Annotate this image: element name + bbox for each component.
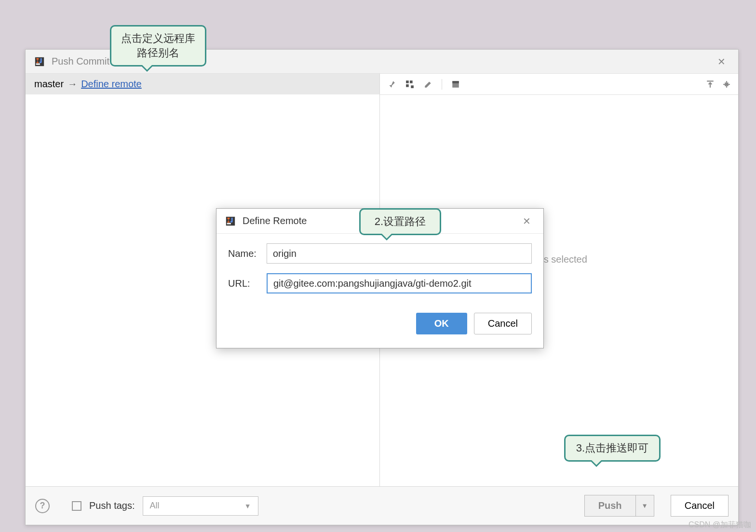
watermark: CSDN @加菲猫咖	[688, 520, 751, 530]
push-button[interactable]: Push	[584, 495, 636, 517]
toolbar	[380, 74, 738, 95]
branch-name: master	[34, 79, 64, 90]
callout-1-line2: 路径别名	[120, 46, 196, 60]
chevron-down-icon: ▼	[244, 502, 251, 510]
annotation-callout-3: 3.点击推送即可	[564, 435, 661, 462]
svg-rect-3	[410, 80, 413, 83]
close-icon[interactable]: ✕	[714, 54, 729, 69]
intellij-icon	[225, 216, 236, 226]
svg-rect-2	[406, 80, 409, 83]
dialog-title: Push Commit	[52, 56, 109, 67]
remote-dialog-title: Define Remote	[243, 215, 307, 226]
svg-rect-9	[227, 223, 231, 224]
push-tags-select[interactable]: All ▼	[143, 496, 258, 516]
svg-rect-5	[411, 85, 414, 88]
svg-rect-1	[36, 63, 40, 65]
expand-up-icon[interactable]	[705, 80, 715, 89]
intellij-icon	[34, 56, 45, 67]
bottom-bar: ? Push tags: All ▼ Push ▼ Cancel	[26, 486, 738, 525]
svg-rect-7	[452, 81, 459, 83]
collapse-icon[interactable]	[722, 80, 731, 89]
annotation-callout-1: 点击定义远程库 路径别名	[110, 25, 206, 66]
push-tags-checkbox[interactable]	[72, 501, 81, 511]
pin-icon[interactable]	[387, 80, 396, 89]
name-input[interactable]	[267, 243, 532, 264]
arrow-icon: →	[68, 79, 77, 90]
svg-rect-4	[406, 84, 409, 87]
separator	[442, 79, 442, 90]
define-remote-link[interactable]: Define remote	[81, 79, 142, 90]
annotation-callout-2: 2.设置路径	[359, 208, 441, 235]
cancel-button[interactable]: Cancel	[474, 313, 532, 334]
close-icon[interactable]: ✕	[519, 213, 535, 229]
url-input[interactable]	[267, 273, 532, 293]
window-icon[interactable]	[451, 80, 460, 89]
push-tags-value: All	[150, 501, 160, 511]
url-label: URL:	[228, 278, 267, 289]
grid-icon[interactable]	[405, 80, 415, 89]
push-tags-label: Push tags:	[89, 500, 135, 511]
callout-1-line1: 点击定义远程库	[120, 31, 196, 46]
ok-button[interactable]: OK	[416, 313, 467, 334]
cancel-button[interactable]: Cancel	[671, 495, 729, 517]
push-dropdown[interactable]: ▼	[636, 495, 654, 517]
remote-body: Name: URL: OK Cancel	[216, 234, 543, 348]
edit-icon[interactable]	[423, 80, 433, 89]
branch-row: master → Define remote	[26, 74, 379, 94]
name-label: Name:	[228, 248, 267, 259]
help-icon[interactable]: ?	[35, 499, 50, 513]
